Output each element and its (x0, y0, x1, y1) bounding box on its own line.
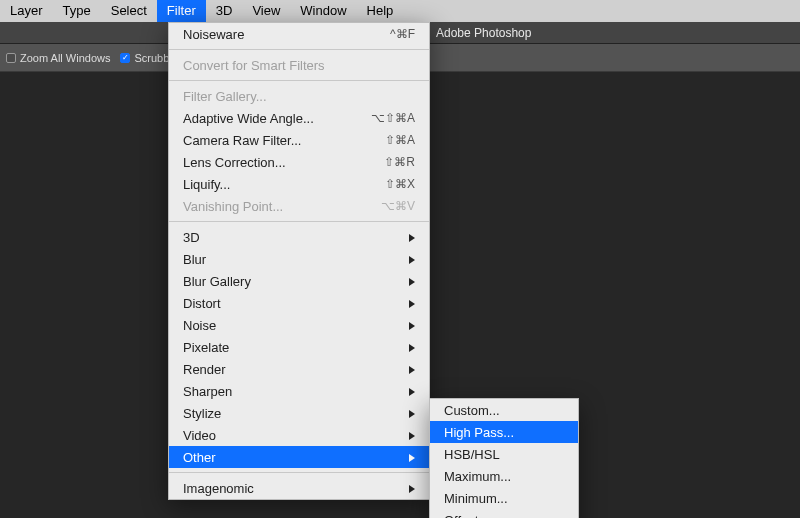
menu-item-adaptive-wide-angle[interactable]: Adaptive Wide Angle... ⌥⇧⌘A (169, 107, 429, 129)
menu-item-liquify[interactable]: Liquify... ⇧⌘X (169, 173, 429, 195)
menu-item-shortcut: ⇧⌘A (385, 133, 415, 147)
submenu-arrow-icon (409, 362, 415, 377)
menu-item-label: Lens Correction... (183, 155, 286, 170)
menu-item-label: Other (183, 450, 216, 465)
submenu-arrow-icon (409, 274, 415, 289)
menu-item-label: High Pass... (444, 425, 514, 440)
scrubby-zoom-checkbox[interactable]: Scrubb (120, 52, 169, 64)
menu-item-noiseware[interactable]: Noiseware ^⌘F (169, 23, 429, 45)
menu-item-label: Liquify... (183, 177, 230, 192)
menu-item-vanishing-point: Vanishing Point... ⌥⌘V (169, 195, 429, 217)
menu-item-shortcut: ⌥⇧⌘A (371, 111, 415, 125)
menu-item-sharpen[interactable]: Sharpen (169, 380, 429, 402)
submenu-arrow-icon (409, 230, 415, 245)
submenu-arrow-icon (409, 296, 415, 311)
menu-item-label: Render (183, 362, 226, 377)
menu-separator (169, 472, 429, 473)
menu-item-label: Sharpen (183, 384, 232, 399)
menu-item-label: Offset... (444, 513, 489, 519)
menubar-item-view[interactable]: View (242, 0, 290, 22)
menu-item-label: Noiseware (183, 27, 244, 42)
submenu-arrow-icon (409, 384, 415, 399)
menu-separator (169, 221, 429, 222)
menu-item-camera-raw-filter[interactable]: Camera Raw Filter... ⇧⌘A (169, 129, 429, 151)
menu-item-render[interactable]: Render (169, 358, 429, 380)
submenu-arrow-icon (409, 252, 415, 267)
filter-menu: Noiseware ^⌘F Convert for Smart Filters … (168, 22, 430, 500)
menu-item-shortcut: ⌥⌘V (381, 199, 415, 213)
submenu-item-hsb-hsl[interactable]: HSB/HSL (430, 443, 578, 465)
menu-item-label: Convert for Smart Filters (183, 58, 325, 73)
submenu-item-custom[interactable]: Custom... (430, 399, 578, 421)
menubar-item-select[interactable]: Select (101, 0, 157, 22)
scrubby-zoom-label: Scrubb (134, 52, 169, 64)
menubar-item-3d[interactable]: 3D (206, 0, 243, 22)
menu-item-shortcut: ^⌘F (390, 27, 415, 41)
menu-separator (169, 80, 429, 81)
menu-item-filter-gallery: Filter Gallery... (169, 85, 429, 107)
menu-item-shortcut: ⇧⌘R (384, 155, 415, 169)
menu-item-label: Adaptive Wide Angle... (183, 111, 314, 126)
menu-item-other[interactable]: Other (169, 446, 429, 468)
menu-item-blur[interactable]: Blur (169, 248, 429, 270)
menu-item-blur-gallery[interactable]: Blur Gallery (169, 270, 429, 292)
menu-item-label: Vanishing Point... (183, 199, 283, 214)
menu-item-label: Minimum... (444, 491, 508, 506)
menubar: Layer Type Select Filter 3D View Window … (0, 0, 800, 22)
app-title: Adobe Photoshop (436, 22, 531, 44)
submenu-arrow-icon (409, 406, 415, 421)
menu-item-label: Maximum... (444, 469, 511, 484)
menu-item-label: Blur Gallery (183, 274, 251, 289)
menu-item-label: Distort (183, 296, 221, 311)
menu-item-noise[interactable]: Noise (169, 314, 429, 336)
menu-item-distort[interactable]: Distort (169, 292, 429, 314)
menu-item-label: Imagenomic (183, 481, 254, 496)
zoom-all-windows-checkbox[interactable]: Zoom All Windows (6, 52, 110, 64)
menu-item-stylize[interactable]: Stylize (169, 402, 429, 424)
menu-item-lens-correction[interactable]: Lens Correction... ⇧⌘R (169, 151, 429, 173)
checkbox-box (120, 53, 130, 63)
menubar-item-window[interactable]: Window (290, 0, 356, 22)
menu-item-convert-smart-filters: Convert for Smart Filters (169, 54, 429, 76)
menu-item-label: Filter Gallery... (183, 89, 267, 104)
submenu-arrow-icon (409, 481, 415, 496)
checkbox-box (6, 53, 16, 63)
menu-item-shortcut: ⇧⌘X (385, 177, 415, 191)
menubar-item-type[interactable]: Type (53, 0, 101, 22)
menu-item-label: Video (183, 428, 216, 443)
menu-item-pixelate[interactable]: Pixelate (169, 336, 429, 358)
menu-item-label: Custom... (444, 403, 500, 418)
submenu-item-maximum[interactable]: Maximum... (430, 465, 578, 487)
menu-item-label: HSB/HSL (444, 447, 500, 462)
submenu-arrow-icon (409, 318, 415, 333)
menu-item-label: Camera Raw Filter... (183, 133, 301, 148)
zoom-all-windows-label: Zoom All Windows (20, 52, 110, 64)
submenu-item-offset[interactable]: Offset... (430, 509, 578, 518)
menu-item-imagenomic[interactable]: Imagenomic (169, 477, 429, 499)
menu-item-label: Blur (183, 252, 206, 267)
menu-item-3d[interactable]: 3D (169, 226, 429, 248)
menubar-item-help[interactable]: Help (357, 0, 404, 22)
menu-item-label: Noise (183, 318, 216, 333)
submenu-arrow-icon (409, 450, 415, 465)
menu-item-label: Pixelate (183, 340, 229, 355)
menubar-item-layer[interactable]: Layer (0, 0, 53, 22)
menu-item-video[interactable]: Video (169, 424, 429, 446)
menubar-item-filter[interactable]: Filter (157, 0, 206, 22)
submenu-arrow-icon (409, 340, 415, 355)
submenu-item-high-pass[interactable]: High Pass... (430, 421, 578, 443)
menu-separator (169, 49, 429, 50)
menu-item-label: 3D (183, 230, 200, 245)
submenu-item-minimum[interactable]: Minimum... (430, 487, 578, 509)
menu-item-label: Stylize (183, 406, 221, 421)
other-submenu: Custom... High Pass... HSB/HSL Maximum..… (429, 398, 579, 518)
submenu-arrow-icon (409, 428, 415, 443)
